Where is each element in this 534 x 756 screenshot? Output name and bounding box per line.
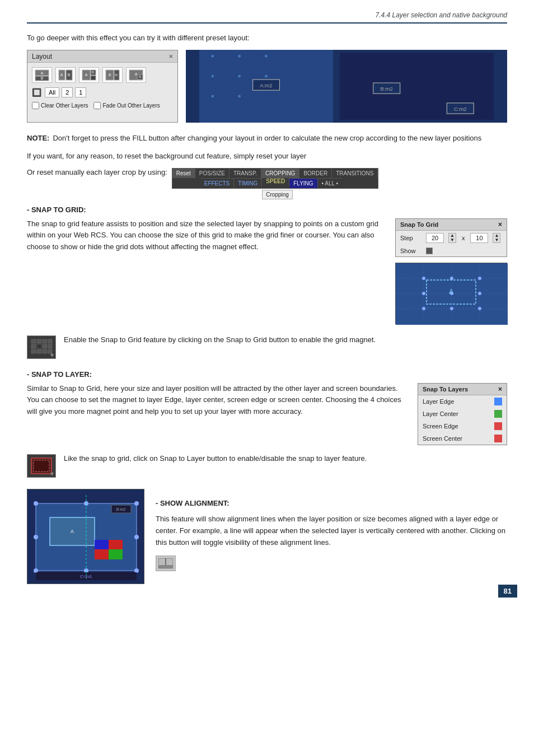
svg-rect-88 bbox=[109, 549, 123, 559]
snap-grid-icon-box[interactable] bbox=[27, 335, 56, 359]
screen-edge-row: Screen Edge bbox=[418, 420, 507, 432]
preset-ab-side[interactable]: AB bbox=[55, 67, 76, 83]
flying-button[interactable]: FLYING bbox=[289, 178, 317, 188]
note-box: NOTE: Don't forget to press the FILL but… bbox=[27, 133, 507, 144]
layer-snap-icon-box[interactable] bbox=[27, 454, 56, 478]
border-button[interactable]: BORDER bbox=[299, 169, 332, 178]
svg-point-52 bbox=[450, 307, 453, 310]
screen-center-color bbox=[494, 435, 502, 442]
2-button[interactable]: 2 bbox=[62, 87, 73, 97]
all-button[interactable]: All bbox=[45, 87, 59, 97]
note-text: Don't forget to press the FILL button af… bbox=[53, 133, 507, 144]
clear-checkbox-label[interactable]: Clear Other Layers bbox=[32, 102, 88, 109]
intro-text: To go deeper with this effect you can tr… bbox=[27, 34, 507, 42]
step-input-1[interactable]: 20 bbox=[426, 233, 444, 243]
screen-center-label: Screen Center bbox=[423, 435, 462, 442]
show-checkbox[interactable] bbox=[426, 248, 433, 254]
effects-button[interactable]: EFFECTS bbox=[200, 178, 235, 188]
speed-button[interactable]: SPEED bbox=[262, 176, 289, 186]
snap-grid-heading: - SNAP TO GRID: bbox=[27, 206, 507, 214]
reset-label: Or reset manually each layer crop by usi… bbox=[27, 168, 167, 176]
snap-to-layers-close[interactable]: × bbox=[498, 385, 502, 393]
pos-size-button[interactable]: POS/SIZE bbox=[195, 169, 229, 178]
step-down-1[interactable]: ▼ bbox=[449, 238, 456, 242]
snap-to-layers-title: Snap To Layers × bbox=[418, 384, 507, 395]
layer-center-label: Layer Center bbox=[423, 410, 458, 417]
svg-point-81 bbox=[34, 568, 38, 573]
screen-center-row: Screen Center bbox=[418, 432, 507, 445]
preset-ab-stacked[interactable]: AB bbox=[32, 67, 52, 83]
svg-text:A: A bbox=[41, 71, 44, 75]
reset-line: Or reset manually each layer crop by usi… bbox=[27, 168, 507, 189]
layer-snap-icon-text: Like the snap to grid, click on Snap to … bbox=[64, 454, 367, 463]
svg-rect-68 bbox=[48, 349, 52, 353]
svg-text:B: B bbox=[139, 75, 141, 78]
preset-5[interactable]: AB bbox=[126, 67, 146, 83]
svg-text:A: A bbox=[60, 73, 63, 77]
fade-checkbox-label[interactable]: Fade Out Other Layers bbox=[93, 102, 160, 109]
snap-to-grid-close[interactable]: × bbox=[498, 221, 502, 228]
transp-button[interactable]: TRANSP. bbox=[229, 169, 261, 178]
svg-point-79 bbox=[34, 535, 38, 539]
svg-rect-64 bbox=[48, 344, 52, 348]
svg-rect-57 bbox=[31, 339, 36, 343]
svg-point-80 bbox=[134, 535, 139, 539]
svg-point-25 bbox=[238, 55, 241, 58]
snap-to-grid-dialog: Snap To Grid × Step 20 ▲ ▼ x 10 bbox=[395, 218, 507, 257]
alignment-image: A C=m1 B:m2 bbox=[27, 489, 144, 584]
svg-text:B:m2: B:m2 bbox=[381, 86, 393, 92]
svg-point-50 bbox=[478, 292, 481, 295]
svg-rect-72 bbox=[34, 460, 49, 472]
snap-icon-row: Enable the Snap to Grid feature by click… bbox=[27, 335, 507, 359]
svg-point-27 bbox=[211, 75, 214, 78]
svg-rect-60 bbox=[48, 339, 52, 343]
alignment-icon-button[interactable] bbox=[156, 556, 176, 571]
snap-grid-text: The snap to grid feature assists to posi… bbox=[27, 218, 384, 324]
layer-snap-icon-row: Like the snap to grid, click on Snap to … bbox=[27, 454, 507, 478]
layout-dialog-close[interactable]: × bbox=[168, 52, 173, 60]
svg-text:B: B bbox=[115, 73, 118, 77]
svg-point-83 bbox=[134, 568, 139, 573]
svg-point-53 bbox=[478, 307, 481, 310]
reset-button[interactable]: Reset bbox=[172, 169, 195, 178]
svg-point-48 bbox=[422, 292, 425, 295]
svg-point-26 bbox=[265, 55, 268, 58]
step-label: Step bbox=[400, 235, 421, 241]
svg-point-76 bbox=[34, 501, 38, 506]
all-button[interactable]: • ALL • bbox=[318, 178, 342, 188]
step-row: Step 20 ▲ ▼ x 10 ▲ ▼ bbox=[396, 231, 507, 245]
svg-text:B: B bbox=[41, 76, 44, 80]
svg-text:A: A bbox=[449, 288, 453, 296]
step-arrows-1[interactable]: ▲ ▼ bbox=[448, 233, 456, 243]
timing-button[interactable]: TIMING bbox=[234, 178, 262, 188]
1-button[interactable]: 1 bbox=[75, 87, 86, 97]
step-arrows-2[interactable]: ▲ ▼ bbox=[493, 233, 500, 243]
transitions-button[interactable]: TRANSITIONS bbox=[332, 169, 378, 178]
svg-point-24 bbox=[211, 55, 214, 58]
clear-checkbox[interactable] bbox=[32, 102, 39, 109]
speed-cropping-wrapper: SPEED Cropping bbox=[262, 178, 289, 188]
svg-rect-87 bbox=[95, 540, 109, 549]
svg-text:B: B bbox=[92, 71, 94, 74]
svg-rect-66 bbox=[37, 349, 41, 353]
step-input-2[interactable]: 10 bbox=[470, 233, 488, 243]
snap-layer-section: Similar to Snap to Grid, here your size … bbox=[27, 383, 507, 445]
snap-to-layers-dialog: Snap To Layers × Layer Edge Layer Center… bbox=[418, 383, 507, 445]
svg-point-45 bbox=[422, 277, 425, 280]
fade-checkbox[interactable] bbox=[93, 102, 101, 109]
svg-point-51 bbox=[422, 307, 425, 310]
alignment-icon-wrapper bbox=[156, 556, 507, 571]
svg-point-31 bbox=[238, 95, 241, 98]
preset-3[interactable]: AB bbox=[79, 67, 99, 83]
show-alignment-heading: - SHOW ALIGNMENT: bbox=[156, 498, 507, 510]
svg-rect-67 bbox=[43, 349, 47, 353]
preset-4[interactable]: AB bbox=[102, 67, 123, 83]
svg-rect-61 bbox=[31, 344, 36, 348]
svg-rect-63 bbox=[43, 344, 47, 348]
alignment-text: - SHOW ALIGNMENT: This feature will show… bbox=[156, 489, 507, 584]
step-down-2[interactable]: ▼ bbox=[493, 238, 500, 242]
svg-text:A: A bbox=[85, 73, 88, 77]
toolbar-bottom-row: EFFECTS TIMING SPEED Cropping FLYING • A… bbox=[172, 178, 378, 188]
layer-edge-color bbox=[494, 398, 502, 405]
layout-dialog: Layout × AB AB AB AB bbox=[27, 50, 178, 123]
